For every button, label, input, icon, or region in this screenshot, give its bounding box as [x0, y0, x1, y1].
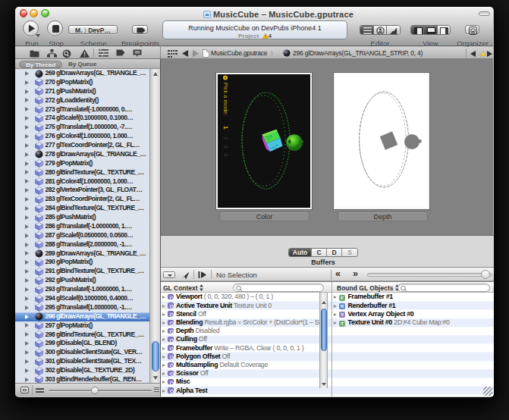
svg-text:3: 3: [222, 145, 229, 149]
svg-text:2: 2: [222, 136, 229, 140]
svg-text:1: 1: [222, 126, 229, 130]
svg-text:4: 4: [222, 153, 229, 157]
svg-text:Pick a mode:: Pick a mode:: [222, 83, 229, 115]
